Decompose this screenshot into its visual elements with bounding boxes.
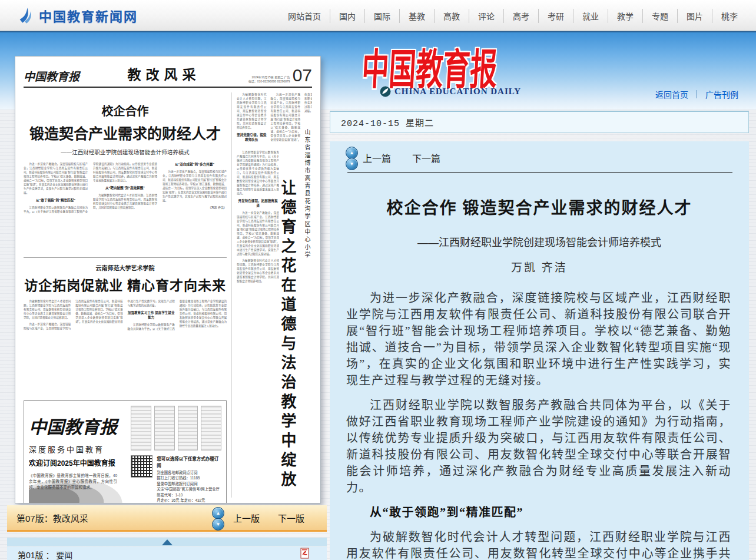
np-brand: 中国教育报	[24, 68, 79, 84]
np-article1-subtitle: ——江西财经职业学院创建现场智能会计师培养模式	[24, 148, 227, 156]
np-article2-headline: 访企拓岗促就业 精心育才向未来	[24, 274, 227, 294]
page-list-item-01[interactable]: 第01版 ： 要闻	[7, 547, 327, 560]
collapse-up-triangle-icon	[162, 539, 173, 545]
np-header-right: 2024年10月15日 星期二 广告 电话：010-82296888 82296…	[248, 67, 312, 84]
prev-page-link[interactable]: 上一版	[233, 512, 260, 524]
nav-item[interactable]: 国际	[364, 9, 399, 23]
pdf-icon[interactable]	[300, 548, 310, 560]
nav-item[interactable]: 专题	[642, 9, 677, 23]
article-authors: 万凯 齐洁	[330, 259, 749, 274]
np-section-title: 教改风采	[79, 64, 248, 84]
np-vertical-article-column: 江西财经职业学院以数智服务产教融合共同体为平台，以《关于做好江西省职业教育现场工…	[237, 150, 279, 498]
newspaper-page-thumbnail[interactable]: 中国教育报 教改风采 2024年10月15日 星期二 广告 电话：010-822…	[15, 56, 321, 503]
nav-item[interactable]: 基教	[399, 9, 434, 23]
masthead-links: 返回首页 广告刊例	[655, 88, 738, 100]
article-body: 为进一步深化产教融合，深度链接院校与区域产业，江西财经职业学院与江西用友软件有限…	[346, 290, 731, 560]
np-article2-kicker: 云南师范大学艺术学院	[24, 263, 227, 272]
nav-item[interactable]: 桃李	[712, 9, 747, 23]
site-logo-text: 中国教育新闻网	[39, 6, 138, 25]
pager-divider	[347, 172, 732, 173]
ad-subscribe-line: 发行热线：010-82296420	[157, 503, 221, 504]
site-logo-swoosh-icon	[18, 6, 34, 24]
nav-item[interactable]: 就业	[573, 9, 608, 23]
ad-subscribe-line: 登录中国邮政报刊订阅网	[157, 481, 221, 487]
ad-subscribe-line: 拨打上门收订热线：11185	[157, 475, 221, 481]
article-paragraph: 江西财经职业学院以数智服务产教融合共同体为平台，以《关于做好江西省职业教育现场工…	[346, 397, 731, 496]
np-main: 校企合作 锻造契合产业需求的财经人才 ——江西财经职业学院创建现场智能会计师培养…	[24, 92, 312, 498]
np-body-text: 为进一步深化产教融合，深度链接院校与区域产业，江西财经职业学院与江西用友软件有限…	[163, 170, 227, 203]
current-page-label: 第07版：教改风采	[16, 512, 88, 524]
site-logo[interactable]: 中国教育新闻网	[18, 6, 138, 25]
np-vertical-article-top: 为破解数智化时代会计人才转型问题，江西财经职业学院与江西用友软件有限责任公司、用…	[237, 92, 312, 144]
nav-item[interactable]: 网站首页	[279, 9, 330, 23]
np-article1-body: 为进一步深化产教融合，深度链接院校与区域产业，江西财经职业学院与江西用友软件有限…	[24, 162, 227, 250]
page-01-label: 第01版 ： 要闻	[18, 549, 72, 560]
nav-item[interactable]: 国内	[330, 9, 364, 23]
ad-body-text: 《中国教育报》是教育部主管的唯一教育日报。40余年来，《中国教育报》全心服务教育…	[29, 473, 117, 491]
np-body-text: 为破解数智化时代会计人才转型问题，江西财经职业学院与江西用友软件有限责任公司、用…	[93, 193, 157, 210]
next-page-link[interactable]: 下一版	[278, 512, 304, 524]
article-section-heading: 从“敢于领跑”到“精准匹配”	[346, 504, 731, 521]
np-body-text: 为破解数智化时代会计人才转型问题，江西财经职业学院与江西用友软件有限责任公司、用…	[237, 259, 279, 283]
newspaper-brand-english: CHINA EDUCATION DAILY	[380, 86, 521, 97]
newspaper-page-header: 中国教育报 教改风采 2024年10月15日 星期二 广告 电话：010-822…	[24, 64, 312, 88]
ad-cta: 欢迎订阅2025年中国教育报	[29, 458, 126, 468]
current-date: 2024-10-15 星期二	[341, 116, 434, 129]
np-vertical-headline: 让德育之花在道德与法治教学中绽放	[276, 180, 298, 495]
np-vertical-kicker: 山东省淄博市高青县花沟学区中心小学	[303, 129, 311, 323]
ad-rates-link[interactable]: 广告刊例	[705, 88, 738, 100]
article-paragraph: 为进一步深化产教融合，深度链接院校与区域产业，江西财经职业学院与江西用友软件有限…	[346, 290, 731, 389]
page-nav-icons: ▲ ▼	[212, 507, 225, 531]
nav-item[interactable]: 高教	[434, 9, 469, 23]
np-vertical-subhead1: 坚持党建引领，锻造教师队伍	[237, 132, 267, 142]
np-body-text: 江西财经职业学院以数智服务产教融合共同体为平台，以《关于做好江西省职业教育现场工…	[237, 150, 279, 195]
nav-item[interactable]: 教学	[608, 9, 642, 23]
next-article-icon[interactable]: ▼	[346, 158, 358, 170]
article-content-panel: ▲ ▼ 上一篇 下一篇 校企合作 锻造契合产业需求的财经人才 ——江西财经职业学…	[330, 141, 749, 560]
preview-page	[201, 406, 221, 450]
ad-left: 中国教育报 深度服务中国教育 欢迎订阅2025年中国教育报 《中国教育报》是教育…	[29, 406, 126, 503]
next-page-icon[interactable]: ▼	[212, 518, 224, 531]
nav-item[interactable]: 考研	[538, 9, 573, 23]
down-arrow-icon: ▼	[216, 522, 221, 527]
np-article1-subhead3: 从“双向成就”到“多方共赢”	[163, 162, 227, 167]
ad-right: 您可以选择以下任意方式办理订阅 到全国各地邮政网点订阅拨打上门收订热线：1118…	[126, 406, 221, 503]
np-page-number: 07	[293, 67, 312, 84]
np-body-text: 为破解数智化时代会计人才转型问题，江西财经职业学院与江西用友软件有限责任公司、用…	[237, 92, 267, 130]
prev-article-link[interactable]: 上一篇	[363, 151, 391, 165]
nav-item[interactable]: 评论	[469, 9, 503, 23]
np-article1-headline-line2: 锻造契合产业需求的财经人才	[24, 122, 227, 143]
up-arrow-icon: ▲	[350, 151, 354, 155]
article-nav-icons: ▲ ▼	[346, 147, 359, 170]
article-paragraph: 为破解数智化时代会计人才转型问题，江西财经职业学院与江西用友软件有限责任公司、用…	[346, 529, 731, 560]
np-left-section: 校企合作 锻造契合产业需求的财经人才 ——江西财经职业学院创建现场智能会计师培养…	[24, 92, 227, 498]
ced-leaf-icon	[380, 86, 391, 97]
bottom-page-bar: 第07版：教改风采 ▲ ▼ 上一版 下一版	[7, 505, 327, 532]
page: { "topnav": { "logo_text": "中国教育新闻网", "i…	[0, 0, 756, 560]
np-body-text: 为进一步深化产教融合，深度链接院校与区域产业，江西财经职业学院与江西用友软件有限…	[24, 162, 88, 195]
prev-article-icon[interactable]: ▲	[346, 147, 358, 159]
up-arrow-icon: ▲	[216, 511, 221, 516]
ad-subscribe-info: 您可以选择以下任意方式办理订阅 到全国各地邮政网点订阅拨打上门收订热线：1118…	[157, 455, 221, 504]
np-body-text: 为破解数智化时代会计人才转型问题，江西财经职业学院与江西用友软件有限责任公司、用…	[24, 299, 71, 320]
nav-item[interactable]: 图片	[677, 9, 712, 23]
next-article-link[interactable]: 下一篇	[412, 151, 440, 165]
np-article1-headline-line1: 校企合作	[24, 102, 227, 119]
np-vertical-subhead2: 开发特色课程，拓展德育渠道	[237, 198, 279, 208]
brand-english-text: CHINA EDUCATION DAILY	[394, 87, 521, 97]
ad-subscribe-title: 您可以选择以下任意方式办理订阅	[157, 455, 221, 468]
np-vertical-article: 为破解数智化时代会计人才转型问题，江西财经职业学院与江西用友软件有限责任公司、用…	[231, 92, 312, 498]
newspaper-preview-thumbnails	[131, 406, 221, 450]
main-nav: 网站首页国内国际基教高教评论高考考研就业教学专题图片桃李	[279, 0, 747, 31]
ad-subscribe-line: 到全国各地邮政网点订阅	[157, 470, 221, 476]
ad-subscribe-line: 邮发代号：1-10	[157, 492, 221, 498]
collapse-page-list-button[interactable]	[7, 538, 327, 546]
prev-page-icon[interactable]: ▲	[212, 507, 224, 519]
preview-page	[178, 406, 198, 450]
back-home-link[interactable]: 返回首页	[655, 88, 688, 100]
ad-subscribe-line: 关注“中国邮政”官方微信号/网上营业厅	[157, 486, 221, 492]
article-title: 校企合作 锻造契合产业需求的财经人才	[330, 195, 749, 218]
article-pager: ▲ ▼ 上一篇 下一篇	[330, 141, 749, 172]
ad-subscribe-line: 月定价：36元 年定价：432元	[157, 498, 221, 503]
nav-item[interactable]: 高考	[503, 9, 538, 23]
